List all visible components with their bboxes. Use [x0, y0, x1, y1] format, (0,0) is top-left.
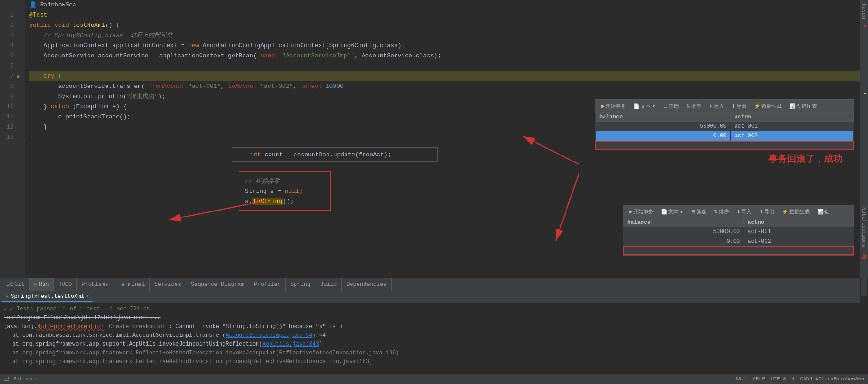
tab-todo[interactable]: TODO: [54, 278, 77, 291]
sort-icon-b: ⇅: [714, 209, 718, 215]
db-icon-b2: 📄: [661, 209, 667, 215]
test-status-text: ✓ Tests passed: 1 of 1 test – 1 sec 721 …: [10, 305, 150, 314]
close-sub-tab-btn[interactable]: ×: [86, 293, 89, 300]
trash-icon[interactable]: 🗑: [861, 253, 867, 260]
cell-balance-1-bottom: 50000.00: [623, 227, 744, 237]
db-toolbar-top: ▶ 开始事务 📄 文本 ▼ ⊟ 筛选 ⇅ 排序 ⬇ 导入 ⬆ 导出 ⚡ 数据生成: [595, 100, 854, 113]
console-stacktrace-4: at org.springframework.aop.framework.Ref…: [4, 358, 856, 366]
cell-balance-1-top: 50000.00: [596, 122, 730, 131]
create-breakpoint-hint: Create breakpoint: [106, 322, 169, 331]
db-row-2-top[interactable]: 0.00 act-002: [596, 131, 853, 142]
db-toolbar-bottom: ▶ 开始事务 📄 文本 ▼ ⊟ 筛选 ⇅ 排序 ⬇ 导入 ⬆ 导出 ⚡ 数据生成: [623, 205, 854, 218]
line-numbers: 1 2 3 4 5 6 7 8 9 10 11 12 13: [0, 0, 16, 278]
git-main-label: main: [26, 376, 38, 382]
tab-profiler[interactable]: Profiler: [249, 278, 286, 291]
db-start-transaction-btn-top[interactable]: ▶ 开始事务: [598, 102, 629, 111]
code-line-4: ApplicationContext applicationContext = …: [29, 41, 860, 51]
console-content: ✓ ✓ Tests passed: 1 of 1 test – 1 sec 72…: [0, 303, 860, 384]
code-line-6: [29, 61, 860, 71]
tab-services[interactable]: Services: [150, 278, 186, 291]
tab-dependencies[interactable]: Dependencies: [342, 278, 391, 291]
db-icon-1: ▶: [601, 103, 604, 109]
bottom-sub-tabs: ▶ SpringTxTest.testNoXml ×: [0, 291, 860, 303]
db-panel-top: ▶ 开始事务 📄 文本 ▼ ⊟ 筛选 ⇅ 排序 ⬇ 导入 ⬆ 导出 ⚡ 数据生成: [595, 99, 854, 150]
tab-git[interactable]: ⎇ Git: [2, 278, 30, 291]
db-chart-btn-bottom[interactable]: 📊 创: [814, 207, 832, 216]
notifications-panel: Notifications 🗑: [860, 204, 868, 278]
link-aoputils[interactable]: AopUtils.java:343: [263, 340, 319, 349]
generate-icon-b: ⚡: [782, 209, 788, 215]
tab-run[interactable]: ▶ Run: [30, 278, 54, 291]
code-line-3: // Spring6Config.class 对应上的配置类: [29, 31, 860, 41]
code-line-7: try {: [29, 71, 860, 81]
console-stacktrace-3: at org.springframework.aop.framework.Ref…: [4, 349, 856, 358]
tab-terminal[interactable]: Terminal: [113, 278, 150, 291]
sub-tab-springtxtest[interactable]: ▶ SpringTxTest.testNoXml ×: [2, 292, 93, 302]
line-ending: CRLF: [753, 376, 765, 382]
java-exe-text: "c:\Program Files\Java\jdk-17\bin\java.e…: [4, 314, 160, 322]
git-branch-label: Git: [13, 376, 23, 382]
code-line-5: AccountService accountService = applicat…: [29, 51, 860, 61]
link-reflective1[interactable]: ReflectiveMethodInvocation.java:196: [279, 349, 396, 358]
col-actno-top: actno: [730, 113, 853, 122]
filter-icon: ⊟: [663, 103, 667, 109]
tab-sequence[interactable]: Sequence Diagram: [186, 278, 249, 291]
chart-icon: 📊: [789, 103, 796, 109]
db-filter-btn-top[interactable]: ⊟ 筛选: [660, 102, 681, 111]
warning-stripe-1: [864, 93, 866, 94]
db-generate-btn-top[interactable]: ⚡ 数据生成: [751, 102, 785, 111]
db-text-btn-bottom[interactable]: 📄 文本 ▼: [658, 207, 686, 216]
db-filter-btn-bottom[interactable]: ⊟ 筛选: [688, 207, 709, 216]
db-row-1-bottom[interactable]: 50000.00 act-001: [623, 227, 853, 237]
run-icon: ▶: [34, 281, 38, 288]
code-overlay-1: int count = accountDao.update(fromAct);: [232, 147, 438, 162]
import-icon-b: ⬇: [736, 209, 741, 215]
db-icon-2: 📄: [633, 103, 640, 109]
username-label: RainbowSea: [40, 0, 76, 10]
indent-size: 4: [792, 376, 795, 382]
console-stacktrace-2: at org.springframework.aop.support.AopUt…: [4, 340, 856, 349]
code-line-1: @Test: [29, 10, 860, 20]
db-import-btn-top[interactable]: ⬇ 导入: [706, 102, 727, 111]
cell-actno-2-top: act-002: [730, 131, 853, 142]
col-actno-bottom: actno: [744, 218, 853, 227]
overlay2-line1: String s = null;: [245, 186, 325, 196]
db-export-btn-top[interactable]: ⬆ 导出: [729, 102, 749, 111]
notifications-label[interactable]: Notifications: [861, 207, 867, 247]
db-row-2-bottom[interactable]: 0.00 act-002: [623, 237, 853, 247]
console-stacktrace-1: at com.rainbowsea.bank.service.impl.Acco…: [4, 331, 856, 340]
db-sort-btn-top[interactable]: ⇅ 排序: [683, 102, 704, 111]
git-branch-icon: ⎇: [4, 376, 10, 382]
cell-actno-1-bottom: act-001: [744, 227, 853, 237]
status-left: ⎇ Git main: [4, 376, 38, 382]
db-generate-btn-bottom[interactable]: ⚡ 数据生成: [779, 207, 812, 216]
link-reflective2[interactable]: ReflectiveMethodInvocation.java:163: [252, 358, 369, 366]
db-panel-bottom: ▶ 开始事务 📄 文本 ▼ ⊟ 筛选 ⇅ 排序 ⬇ 导入 ⬆ 导出 ⚡ 数据生成: [623, 205, 854, 256]
db-table-top: balance actno 50000.00 act-001 0.00 act-…: [595, 113, 854, 150]
tab-problems[interactable]: Problems: [77, 278, 113, 291]
maven-label[interactable]: Maven: [861, 0, 867, 19]
npe-text: NullPointerException: [37, 322, 104, 331]
bottom-tabs: ⎇ Git ▶ Run TODO Problems Terminal Servi…: [0, 278, 860, 291]
bottom-panel: ⎇ Git ▶ Run TODO Problems Terminal Servi…: [0, 278, 860, 384]
db-start-transaction-btn-bottom[interactable]: ▶ 开始事务: [626, 207, 656, 216]
run-icon-sub: ▶: [6, 293, 9, 300]
db-sort-btn-bottom[interactable]: ⇅ 排序: [711, 207, 732, 216]
tab-spring[interactable]: Spring: [286, 278, 315, 291]
db-export-btn-bottom[interactable]: ⬆ 导出: [756, 207, 777, 216]
db-empty-row-bottom: [623, 247, 853, 255]
tab-build[interactable]: Build: [315, 278, 342, 291]
db-text-btn-top[interactable]: 📄 文本 ▼: [630, 102, 659, 111]
db-import-btn-bottom[interactable]: ⬇ 导入: [734, 207, 755, 216]
gutter: ▶: [16, 0, 25, 278]
db-row-1-top[interactable]: 50000.00 act-001: [596, 122, 853, 131]
overlay2-comment: // 模拟异常: [245, 176, 325, 186]
cell-balance-2-top: 0.00: [596, 131, 730, 142]
console-line-java: "c:\Program Files\Java\jdk-17\bin\java.e…: [4, 314, 856, 322]
generate-icon: ⚡: [754, 103, 761, 109]
db-empty-row-top: [596, 141, 853, 149]
db-chart-btn-top[interactable]: 📊 创建图表: [786, 102, 820, 111]
link-accountservice[interactable]: AccountServiceImpl.java:54: [226, 331, 312, 340]
import-icon: ⬇: [709, 103, 713, 109]
chart-icon-b: 📊: [817, 209, 824, 215]
